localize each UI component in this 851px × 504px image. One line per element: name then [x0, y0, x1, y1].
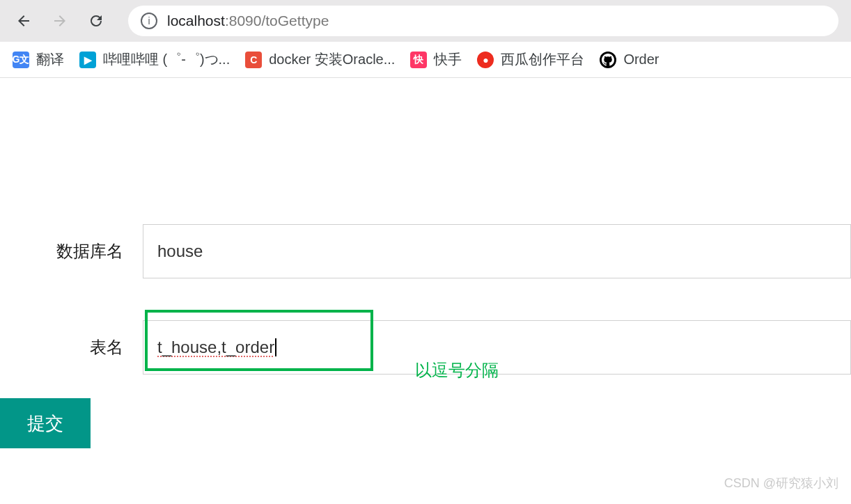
bookmark-translate[interactable]: G文 翻译	[13, 50, 64, 69]
xigua-icon: ●	[477, 52, 494, 68]
watermark: CSDN @研究猿小刘	[724, 475, 838, 491]
bookmark-order[interactable]: Order	[600, 52, 659, 68]
annotation-hint: 以逗号分隔	[415, 359, 499, 381]
bookmarks-bar: G文 翻译 ▶ 哔哩哔哩 (゜-゜)つ... C docker 安装Oracle…	[0, 42, 851, 78]
db-row: 数据库名	[0, 224, 851, 278]
db-label: 数据库名	[0, 240, 143, 262]
github-icon	[600, 52, 616, 68]
reload-button[interactable]	[85, 10, 107, 32]
back-button[interactable]	[13, 10, 35, 32]
text-cursor-icon	[275, 338, 276, 356]
info-icon: i	[141, 13, 157, 29]
url-host: localhost	[167, 13, 225, 29]
bookmark-label: docker 安装Oracle...	[269, 50, 395, 69]
bookmark-xigua[interactable]: ● 西瓜创作平台	[477, 50, 584, 69]
browser-toolbar: i localhost:8090/toGettype	[0, 0, 851, 42]
csdn-icon: C	[245, 52, 262, 68]
table-input-text: t_house,t_order	[157, 338, 274, 357]
bookmark-label: Order	[623, 52, 659, 68]
db-input[interactable]	[143, 224, 851, 278]
forward-button[interactable]	[49, 10, 71, 32]
bilibili-icon: ▶	[79, 52, 96, 68]
url-rest: :8090/toGettype	[225, 13, 329, 29]
google-translate-icon: G文	[13, 52, 29, 68]
kuaishou-icon: 快	[410, 52, 427, 68]
bookmark-label: 快手	[434, 50, 462, 69]
bookmark-label: 翻译	[36, 50, 64, 69]
bookmark-docker-oracle[interactable]: C docker 安装Oracle...	[245, 50, 395, 69]
bookmark-label: 哔哩哔哩 (゜-゜)つ...	[103, 50, 230, 69]
bookmark-bilibili[interactable]: ▶ 哔哩哔哩 (゜-゜)つ...	[79, 50, 230, 69]
table-label: 表名	[0, 336, 143, 359]
page-content: 数据库名 表名 t_house,t_order 以逗号分隔	[0, 78, 851, 375]
address-bar[interactable]: i localhost:8090/toGettype	[128, 6, 838, 36]
bookmark-label: 西瓜创作平台	[501, 50, 584, 69]
submit-button[interactable]: 提交	[0, 398, 91, 448]
bookmark-kuaishou[interactable]: 快 快手	[410, 50, 462, 69]
